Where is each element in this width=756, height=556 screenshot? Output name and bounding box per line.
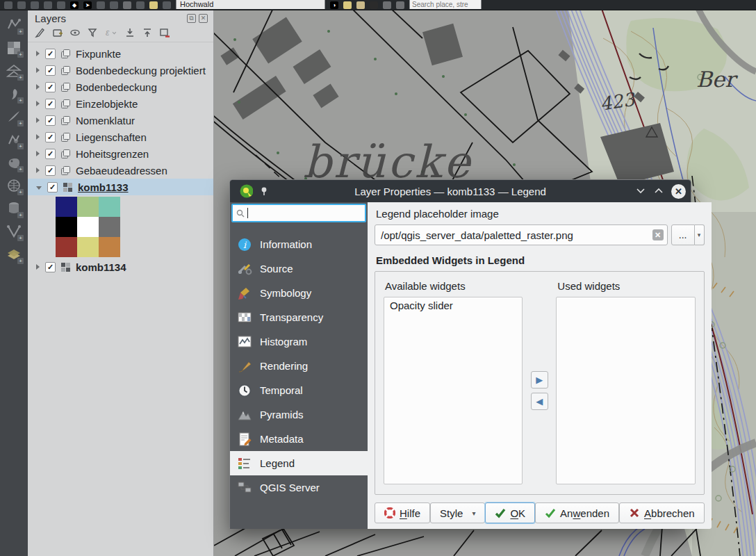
layer-checkbox[interactable]: ✓ — [45, 82, 56, 92]
add-database-layer-icon[interactable]: + — [5, 199, 23, 218]
toolbar-icon[interactable] — [4, 1, 13, 9]
group-name[interactable]: Fixpunkte — [76, 48, 121, 60]
style-button[interactable]: Style ▾ — [430, 502, 485, 523]
layers-stack-icon[interactable] — [343, 1, 352, 9]
layer-checkbox[interactable]: ✓ — [45, 132, 56, 142]
group-name[interactable]: Hoheitsgrenzen — [76, 148, 149, 160]
toolbar-icon[interactable] — [17, 1, 26, 9]
new-shapefile-layer-icon[interactable]: + — [5, 131, 23, 149]
close-icon[interactable]: ✕ — [671, 184, 686, 199]
browse-button[interactable]: ... — [671, 224, 695, 245]
expand-arrow-icon[interactable] — [36, 117, 40, 123]
layer-group-row[interactable]: ✓Bodenbedeckung — [28, 79, 213, 95]
toolbar-icon[interactable] — [136, 1, 145, 9]
identify-tool-icon[interactable]: ◆ — [70, 1, 79, 9]
layer-row-komb1134[interactable]: ✓ komb1134 — [28, 259, 213, 275]
tab-pyramids[interactable]: Pyramids — [230, 402, 368, 427]
toolbar-icon[interactable] — [110, 1, 118, 9]
user-icon[interactable] — [370, 1, 378, 9]
group-name[interactable]: Bodenbedeckung projektiert — [76, 65, 206, 76]
collapse-arrow-icon[interactable] — [36, 186, 42, 190]
tab-metadata[interactable]: Metadata — [230, 427, 368, 451]
tab-transparency[interactable]: Transparency — [230, 305, 368, 329]
layer-row-komb1133[interactable]: ✓ komb1133 — [28, 179, 213, 195]
add-delimited-text-layer-icon[interactable]: + — [5, 85, 23, 103]
add-postgis-layer-icon[interactable]: + — [5, 154, 23, 172]
add-mesh-layer-icon[interactable]: + — [5, 62, 23, 80]
add-raster-layer-icon[interactable]: + — [5, 39, 23, 57]
group-name[interactable]: Einzelobjekte — [76, 98, 138, 110]
toolbar-icon[interactable] — [44, 1, 52, 9]
expand-arrow-icon[interactable] — [36, 167, 40, 173]
help-button[interactable]: Hilfe — [375, 502, 430, 523]
toolbar-icon[interactable] — [149, 1, 158, 9]
add-gps-layer-icon[interactable]: + — [5, 108, 23, 126]
layer-group-row[interactable]: ✓Gebaeudeadressen — [28, 162, 213, 179]
maximize-icon[interactable] — [652, 184, 666, 198]
printer-icon[interactable] — [396, 1, 404, 9]
filter-expression-icon[interactable]: ε — [104, 27, 118, 38]
toolbar-icon[interactable] — [123, 1, 131, 9]
layer-group-row[interactable]: ✓Hoheitsgrenzen — [28, 145, 213, 162]
widget-list-item[interactable]: Opacity slider — [384, 297, 522, 313]
box-icon[interactable] — [356, 1, 365, 9]
select-tool-icon[interactable]: ➤ — [83, 1, 92, 9]
project-combo[interactable]: Hochwald — [176, 0, 325, 9]
expand-arrow-icon[interactable] — [36, 51, 40, 56]
tab-information[interactable]: i Information — [230, 232, 368, 256]
tab-histogram[interactable]: Histogram — [230, 329, 368, 354]
apply-button[interactable]: Anwenden — [535, 502, 619, 523]
layer-checkbox[interactable]: ✓ — [45, 149, 56, 159]
layer-checkbox[interactable]: ✓ — [45, 49, 56, 59]
add-virtual-layer-icon[interactable]: + — [5, 222, 23, 240]
dialog-titlebar[interactable]: Layer Properties — komb1133 — Legend ✕ — [230, 180, 691, 202]
tab-source[interactable]: Source — [230, 256, 368, 281]
expand-arrow-icon[interactable] — [36, 151, 40, 156]
manage-visibility-icon[interactable] — [69, 27, 81, 38]
add-spatialite-layer-icon[interactable]: + — [5, 177, 23, 195]
expand-arrow-icon[interactable] — [36, 134, 40, 140]
layer-checkbox[interactable]: ✓ — [45, 99, 56, 109]
add-group-icon[interactable] — [52, 27, 63, 38]
add-wms-layer-icon[interactable]: + — [5, 245, 23, 263]
layer-name[interactable]: komb1133 — [78, 181, 129, 193]
layer-group-row[interactable]: ✓Bodenbedeckung projektiert — [28, 62, 213, 79]
tab-legend[interactable]: Legend — [230, 451, 368, 475]
expand-arrow-icon[interactable] — [36, 101, 40, 106]
expand-arrow-icon[interactable] — [36, 84, 40, 90]
tab-rendering[interactable]: Rendering — [230, 354, 368, 378]
add-vector-layer-icon[interactable]: + — [5, 16, 23, 34]
tab-symbology[interactable]: Symbology — [230, 281, 368, 305]
place-search-input[interactable] — [409, 0, 482, 9]
layer-group-row[interactable]: ✓Einzelobjekte — [28, 95, 213, 112]
layer-checkbox[interactable]: ✓ — [45, 165, 56, 176]
layer-checkbox[interactable]: ✓ — [45, 115, 56, 126]
tab-qgis-server[interactable]: QGIS Server — [230, 475, 368, 500]
panel-float-icon[interactable]: ⧉ — [187, 14, 196, 23]
move-left-button[interactable]: ◀ — [531, 393, 548, 410]
expand-all-icon[interactable] — [124, 27, 135, 38]
move-right-button[interactable]: ▶ — [531, 371, 548, 389]
document-icon[interactable] — [383, 1, 391, 9]
remove-layer-icon[interactable] — [159, 27, 170, 38]
expand-arrow-icon[interactable] — [36, 264, 40, 270]
placeholder-path-input[interactable] — [375, 224, 668, 245]
collapse-all-icon[interactable] — [142, 27, 153, 38]
style-manager-icon[interactable] — [35, 27, 46, 38]
tab-temporal[interactable]: Temporal — [230, 378, 368, 402]
toolbar-icon[interactable] — [163, 1, 171, 9]
group-name[interactable]: Gebaeudeadressen — [76, 165, 167, 177]
group-name[interactable]: Liegenschaften — [76, 131, 147, 143]
available-widgets-list[interactable]: Opacity slider — [384, 297, 523, 484]
layer-group-row[interactable]: ✓Nomenklatur — [28, 112, 213, 129]
layer-group-row[interactable]: ✓Liegenschaften — [28, 129, 213, 145]
toolbar-icon[interactable] — [57, 1, 65, 9]
contrast-icon[interactable]: ◑ — [330, 1, 338, 9]
pin-icon[interactable] — [257, 184, 271, 198]
layer-name[interactable]: komb1134 — [76, 261, 126, 273]
layer-checkbox[interactable]: ✓ — [47, 182, 58, 193]
ok-button[interactable]: OK — [485, 502, 535, 523]
shade-icon[interactable] — [634, 184, 648, 198]
cancel-button[interactable]: Abbrechen — [619, 502, 705, 523]
filter-legend-icon[interactable] — [87, 27, 98, 38]
